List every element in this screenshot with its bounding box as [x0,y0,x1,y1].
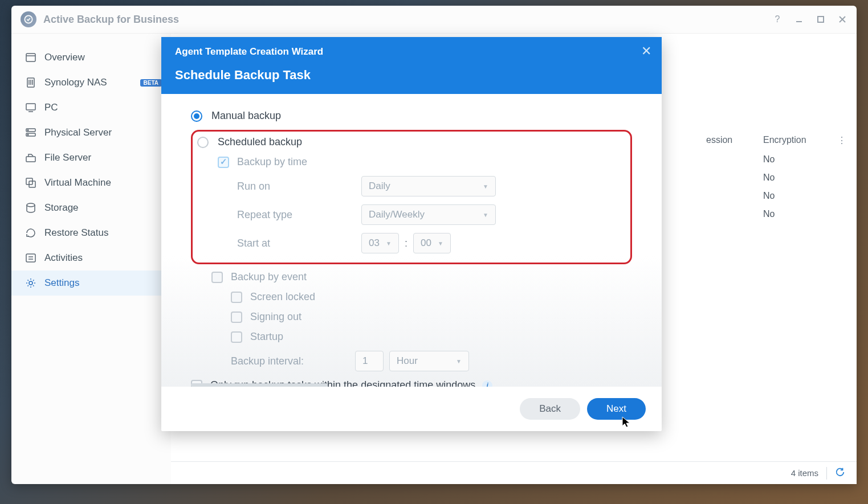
backup-interval-input[interactable]: 1 [355,351,384,371]
sidebar-label: Physical Server [44,127,112,138]
repeat-type-label: Repeat type [237,209,361,221]
screen-locked-checkbox[interactable] [231,292,242,303]
sidebar-item-physical-server[interactable]: Physical Server [11,120,171,145]
sidebar-label: Restore Status [44,227,108,239]
start-at-row: Start at 03 ▼ : 00 ▼ [237,233,624,253]
chevron-down-icon: ▼ [438,240,443,247]
signing-out-row[interactable]: Signing out [231,311,632,323]
sidebar-item-pc[interactable]: PC [11,95,171,120]
titlebar: Active Backup for Business ? [11,6,857,34]
scheduled-backup-label: Scheduled backup [218,136,302,148]
column-header-encryption[interactable]: Encryption [755,130,829,150]
info-icon[interactable]: i [482,380,492,387]
backup-by-event-checkbox[interactable] [211,272,223,283]
start-minute-select[interactable]: 00 ▼ [413,233,451,253]
modal-body: Manual backup Scheduled backup Backup by… [161,94,662,387]
server-icon [25,127,36,138]
scheduled-backup-radio-row[interactable]: Scheduled backup [197,136,624,148]
backup-by-event-row[interactable]: Backup by event [211,271,632,283]
repeat-type-row: Repeat type Daily/Weekly ▼ [237,204,624,225]
sidebar-label: File Server [44,152,91,163]
section-title: Schedule Backup Task [175,68,648,83]
scheduled-backup-radio[interactable] [197,137,209,148]
start-hour-select[interactable]: 03 ▼ [361,233,399,253]
manual-backup-label: Manual backup [211,110,281,122]
close-icon[interactable] [837,14,847,24]
sidebar: Overview Synology NAS BETA PC Physical S… [11,34,171,484]
modal-horizontal-scroll[interactable] [191,383,328,387]
modal-close-icon[interactable]: ✕ [641,44,651,59]
refresh-icon[interactable] [835,467,845,480]
sidebar-item-storage[interactable]: Storage [11,195,171,220]
svg-rect-2 [818,17,824,22]
app-icon [21,11,36,27]
sidebar-item-overview[interactable]: Overview [11,45,171,70]
run-on-row: Run on Daily ▼ [237,176,624,196]
back-button[interactable]: Back [520,398,580,420]
manual-backup-radio[interactable] [191,110,202,122]
footer-bar: 4 items [171,461,857,484]
app-title: Active Backup for Business [43,14,772,26]
manual-backup-radio-row[interactable]: Manual backup [191,110,632,122]
table-cell: No [755,150,829,169]
svg-rect-17 [26,157,35,162]
sidebar-label: Synology NAS [44,77,107,88]
sidebar-item-file-server[interactable]: File Server [11,145,171,170]
screen-locked-label: Screen locked [250,291,315,303]
modal-footer: Back Next [161,387,662,431]
next-button[interactable]: Next [587,398,646,420]
backup-by-time-checkbox[interactable] [218,157,229,168]
file-server-icon [25,152,36,163]
pc-icon [25,102,36,113]
minimize-icon[interactable] [794,14,804,24]
screen-locked-row[interactable]: Screen locked [231,291,632,303]
backup-by-time-label: Backup by time [237,156,307,168]
footer-count: 4 items [791,468,818,478]
table-cell: No [755,205,829,223]
wizard-title: Agent Template Creation Wizard [175,46,648,58]
column-more-icon[interactable]: ⋮ [829,130,845,150]
svg-rect-11 [26,104,35,110]
backup-interval-label: Backup interval: [231,355,355,367]
run-on-select[interactable]: Daily ▼ [361,176,496,196]
sidebar-item-virtual-machine[interactable]: Virtual Machine [11,170,171,195]
table-remnant: ession Encryption ⋮ No No No No [698,130,845,223]
activities-icon [25,252,36,264]
maximize-icon[interactable] [816,14,826,24]
startup-row[interactable]: Startup [231,331,632,343]
repeat-type-select[interactable]: Daily/Weekly ▼ [361,204,496,225]
chevron-down-icon: ▼ [483,183,488,190]
sidebar-item-settings[interactable]: Settings [11,271,171,296]
chevron-down-icon: ▼ [456,358,462,364]
highlight-box: Scheduled backup Backup by time Run on D… [191,130,632,264]
startup-label: Startup [250,331,283,343]
beta-badge: BETA [140,79,162,87]
sidebar-item-synology-nas[interactable]: Synology NAS BETA [11,70,171,95]
modal-header: Agent Template Creation Wizard Schedule … [161,37,662,94]
sidebar-label: PC [44,102,58,113]
chevron-down-icon: ▼ [386,240,392,247]
sidebar-item-activities[interactable]: Activities [11,245,171,271]
chevron-down-icon: ▼ [483,212,488,218]
nas-icon [25,77,36,88]
settings-icon [25,277,36,289]
signing-out-checkbox[interactable] [231,312,242,323]
sidebar-label: Settings [44,277,79,289]
help-icon[interactable]: ? [772,14,783,24]
backup-interval-unit-select[interactable]: Hour ▼ [389,351,469,371]
svg-point-15 [27,130,28,131]
table-cell: No [755,169,829,187]
sidebar-item-restore-status[interactable]: Restore Status [11,220,171,245]
restore-icon [25,227,36,239]
svg-point-24 [29,281,32,285]
svg-rect-21 [26,254,35,262]
svg-point-16 [27,134,28,136]
sidebar-label: Overview [44,52,85,63]
table-cell: No [755,187,829,205]
sidebar-label: Activities [44,252,83,264]
column-header-session[interactable]: ession [698,130,755,150]
backup-by-time-row[interactable]: Backup by time [218,156,624,168]
startup-checkbox[interactable] [231,331,242,343]
wizard-modal: Agent Template Creation Wizard Schedule … [161,37,662,431]
run-on-label: Run on [237,181,361,192]
